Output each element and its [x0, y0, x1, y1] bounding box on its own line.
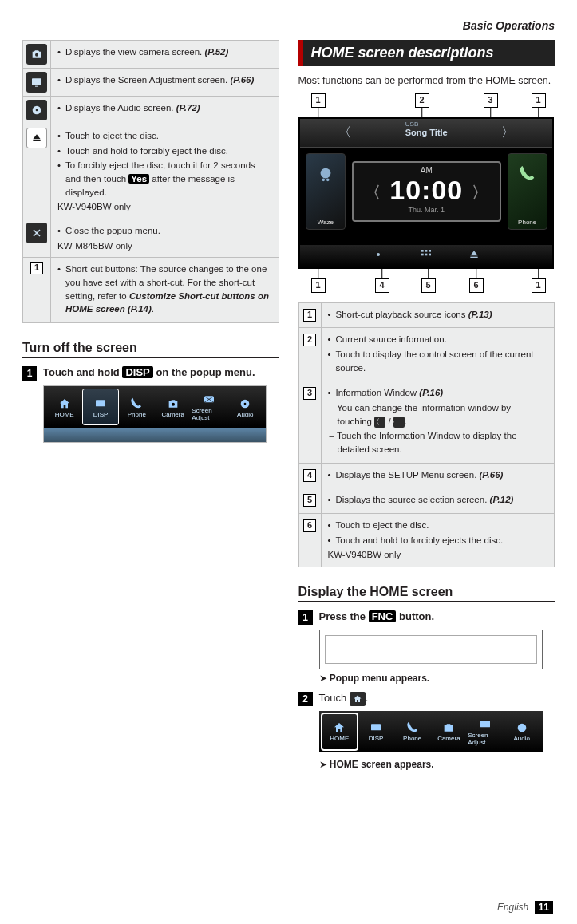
svg-rect-14 — [421, 250, 424, 252]
device-top-view — [319, 630, 543, 669]
step-turn-off: 1 Touch and hold DISP on the popup menu. — [22, 366, 279, 381]
display-home-heading: Display the HOME screen — [298, 585, 555, 602]
row-close-desc: Close the popup menu. KW-M845BW only — [51, 219, 279, 258]
turn-off-heading: Turn off the screen — [22, 341, 279, 358]
popup-menu-image: HOME DISP Phone Camera — [43, 385, 267, 443]
callout-top-3: 3 — [484, 93, 498, 108]
disp-label: DISP — [122, 366, 152, 378]
step-number: 2 — [298, 692, 313, 706]
callout-bot-1: 1 — [311, 278, 326, 293]
phone-button[interactable]: Phone — [395, 714, 430, 749]
callout-num-4: 4 — [303, 469, 316, 482]
callout-num-2: 2 — [303, 334, 316, 346]
camera-icon — [166, 397, 180, 411]
svg-rect-5 — [96, 400, 105, 406]
song-title: Song Title — [405, 128, 448, 137]
home-callout-table: 1 Short-cut playback source icons (P.13)… — [298, 302, 555, 567]
screen-adjust-button[interactable]: Screen Adjust — [192, 389, 226, 424]
row-audio-desc: Displays the Audio screen. (P.72) — [51, 97, 279, 124]
right-column: HOME screen descriptions Most functions … — [298, 40, 555, 778]
home-mock-wrap: 1 2 3 1 1 4 5 6 1 〈 USB Song Title — [298, 93, 555, 293]
home-button[interactable]: HOME — [47, 389, 81, 424]
svg-rect-0 — [32, 78, 41, 85]
eject-icon — [26, 128, 47, 148]
result-popup: ➤ Popup menu appears. — [319, 673, 555, 684]
svg-point-23 — [517, 724, 526, 732]
home-icon — [350, 692, 366, 706]
camera-icon — [26, 44, 47, 65]
callout-bot-2: 4 — [375, 278, 389, 293]
callout-bot-3: 5 — [421, 278, 436, 293]
home-descriptions-heading: HOME screen descriptions — [298, 40, 555, 66]
svg-rect-19 — [429, 254, 432, 256]
popup-menu: HOME DISP Phone Camera — [44, 386, 266, 428]
ampm-label: AM — [365, 166, 488, 175]
clock-time: 10:00 — [389, 175, 463, 205]
audio-icon — [26, 100, 47, 120]
chevron-right-icon: 〉 — [393, 417, 405, 428]
waze-card[interactable]: Waze — [306, 153, 346, 230]
callout-num-1: 1 — [303, 309, 316, 322]
callout-top-2: 2 — [415, 93, 429, 108]
home-intro: Most functions can be performed from the… — [298, 74, 555, 89]
row-screenadjust-desc: Displays the Screen Adjustment screen. (… — [51, 69, 279, 97]
popup-items-table: Displays the view camera screen. (P.52) — [22, 40, 279, 323]
home-button[interactable]: HOME — [322, 714, 358, 749]
svg-rect-22 — [480, 721, 490, 727]
screen-adjust-button[interactable]: Screen Adjust — [468, 714, 503, 749]
svg-point-11 — [322, 178, 325, 181]
phone-icon — [129, 397, 144, 411]
disp-icon — [93, 397, 108, 411]
callout-bot-5: 1 — [532, 278, 546, 293]
svg-rect-18 — [425, 254, 428, 256]
callout-num-5: 5 — [303, 494, 316, 507]
home-icon — [57, 397, 72, 411]
phone-card[interactable]: Phone — [508, 153, 547, 230]
audio-button[interactable]: Audio — [228, 389, 263, 424]
svg-rect-20 — [471, 257, 478, 258]
prev-icon[interactable]: 〈 — [338, 124, 351, 141]
step-number: 1 — [298, 610, 313, 625]
svg-rect-1 — [35, 86, 38, 87]
svg-point-13 — [377, 253, 380, 256]
row-eject-desc: Touch to eject the disc. Touch and hold … — [51, 124, 279, 219]
svg-point-3 — [36, 109, 38, 112]
page-footer: English 11 — [497, 902, 553, 913]
screen-adjust-icon — [26, 72, 47, 93]
yes-button-label: Yes — [128, 174, 149, 184]
info-window[interactable]: AM 〈 10:00 〉 Thu. Mar. 1 — [352, 161, 501, 222]
svg-rect-15 — [425, 250, 428, 252]
step-number: 1 — [22, 366, 37, 381]
chevron-left-icon: 〈 — [374, 417, 385, 428]
home-icon — [332, 721, 346, 735]
fnc-label: FNC — [369, 610, 397, 622]
clock-date: Thu. Mar. 1 — [365, 206, 488, 214]
screen-adjust-icon — [202, 393, 216, 407]
step-touch-home: 2 Touch . — [298, 692, 555, 706]
camera-button[interactable]: Camera — [432, 714, 467, 749]
step-press-fnc: 1 Press the FNC button. — [298, 610, 555, 625]
one-box-icon: 1 — [30, 262, 43, 274]
callout-bot-4: 6 — [469, 278, 484, 293]
source-select-icon[interactable] — [420, 248, 433, 263]
left-column: Displays the view camera screen. (P.52) — [22, 40, 279, 778]
popup-menu-2: HOME DISP Phone Camera Screen Adjust — [319, 711, 543, 752]
result-home: ➤ HOME screen appears. — [319, 759, 555, 770]
eject-icon[interactable] — [468, 248, 480, 263]
audio-button[interactable]: Audio — [504, 714, 539, 749]
running-header: Basic Operations — [22, 19, 555, 32]
disp-button[interactable]: DISP — [83, 389, 117, 424]
audio-icon — [238, 397, 252, 411]
phone-button[interactable]: Phone — [120, 389, 154, 424]
home-screen-mock: 〈 USB Song Title 〉 Waze AM — [298, 117, 554, 269]
disp-button[interactable]: DISP — [358, 714, 393, 749]
close-icon — [26, 223, 47, 243]
setup-icon[interactable] — [372, 248, 385, 263]
page-number: 11 — [535, 901, 553, 914]
callout-top-4: 1 — [532, 93, 546, 108]
now-playing-strip[interactable]: 〈 USB Song Title 〉 — [300, 119, 552, 148]
camera-button[interactable]: Camera — [156, 389, 190, 424]
next-icon[interactable]: 〉 — [501, 124, 514, 141]
callout-num-3: 3 — [303, 387, 316, 400]
callout-num-6: 6 — [303, 519, 316, 532]
